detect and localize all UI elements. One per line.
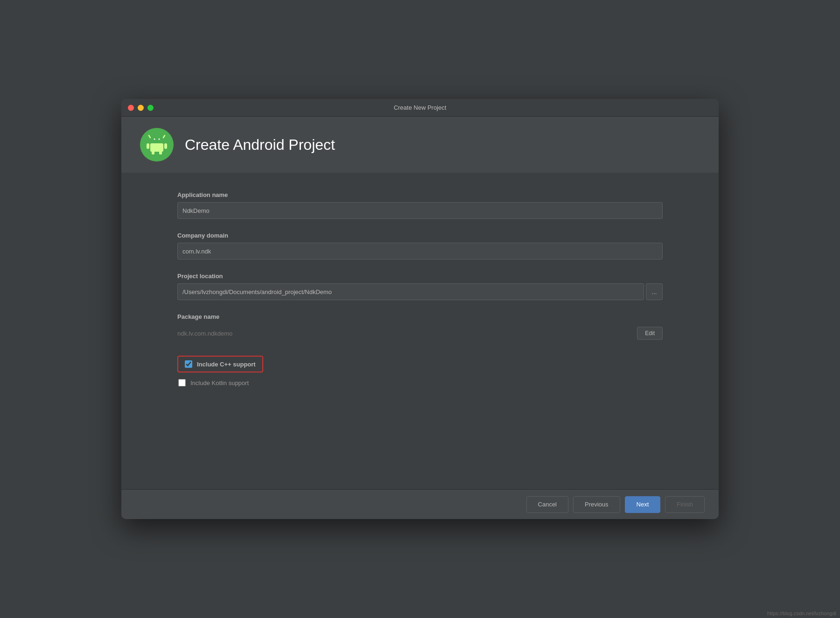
project-location-group: Project location ... bbox=[177, 273, 663, 300]
svg-rect-6 bbox=[152, 151, 154, 154]
cpp-support-checkbox[interactable] bbox=[185, 360, 192, 368]
minimize-button[interactable] bbox=[138, 105, 144, 111]
window-controls bbox=[128, 105, 154, 111]
svg-rect-7 bbox=[159, 151, 162, 154]
svg-rect-5 bbox=[150, 143, 163, 152]
edit-package-button[interactable]: Edit bbox=[637, 327, 663, 340]
title-bar: Create New Project bbox=[121, 99, 719, 117]
svg-rect-8 bbox=[147, 143, 149, 149]
window-title: Create New Project bbox=[394, 104, 447, 111]
kotlin-support-group: Include Kotlin support bbox=[178, 379, 663, 386]
header: Create Android Project bbox=[121, 117, 719, 173]
android-logo-icon bbox=[145, 133, 168, 156]
kotlin-support-checkbox[interactable] bbox=[178, 379, 186, 386]
maximize-button[interactable] bbox=[147, 105, 154, 111]
company-domain-group: Company domain bbox=[177, 232, 663, 260]
package-name-value: ndk.lv.com.ndkdemo bbox=[177, 330, 232, 337]
project-location-input[interactable] bbox=[177, 283, 644, 300]
cpp-support-label[interactable]: Include C++ support bbox=[197, 361, 256, 368]
browse-button[interactable]: ... bbox=[646, 283, 663, 300]
project-location-wrapper: ... bbox=[177, 283, 663, 300]
package-name-wrapper: ndk.lv.com.ndkdemo Edit bbox=[177, 324, 663, 343]
app-name-input[interactable] bbox=[177, 202, 663, 219]
company-domain-input[interactable] bbox=[177, 243, 663, 260]
svg-line-1 bbox=[149, 135, 150, 138]
finish-button[interactable]: Finish bbox=[665, 496, 705, 513]
svg-rect-9 bbox=[164, 143, 167, 149]
svg-point-0 bbox=[150, 135, 163, 144]
close-button[interactable] bbox=[128, 105, 134, 111]
kotlin-support-label[interactable]: Include Kotlin support bbox=[190, 379, 249, 386]
app-name-label: Application name bbox=[177, 191, 663, 198]
page-title: Create Android Project bbox=[185, 136, 335, 154]
android-logo bbox=[140, 128, 174, 162]
form-content: Application name Company domain Project … bbox=[121, 173, 719, 489]
main-window: Create New Project bbox=[121, 99, 719, 519]
cancel-button[interactable]: Cancel bbox=[526, 496, 568, 513]
package-name-group: Package name ndk.lv.com.ndkdemo Edit bbox=[177, 313, 663, 343]
svg-line-2 bbox=[163, 135, 165, 138]
app-name-group: Application name bbox=[177, 191, 663, 219]
package-name-label: Package name bbox=[177, 313, 663, 320]
checkboxes-section: Include C++ support Include Kotlin suppo… bbox=[177, 356, 663, 386]
cpp-support-group: Include C++ support bbox=[177, 356, 263, 372]
project-location-label: Project location bbox=[177, 273, 663, 280]
company-domain-label: Company domain bbox=[177, 232, 663, 239]
svg-point-4 bbox=[159, 139, 160, 140]
svg-point-3 bbox=[154, 139, 155, 140]
footer: Cancel Previous Next Finish bbox=[121, 489, 719, 519]
watermark: https://blog.csdn.net/lvzhongdi bbox=[767, 611, 836, 616]
previous-button[interactable]: Previous bbox=[573, 496, 620, 513]
next-button[interactable]: Next bbox=[625, 496, 661, 513]
